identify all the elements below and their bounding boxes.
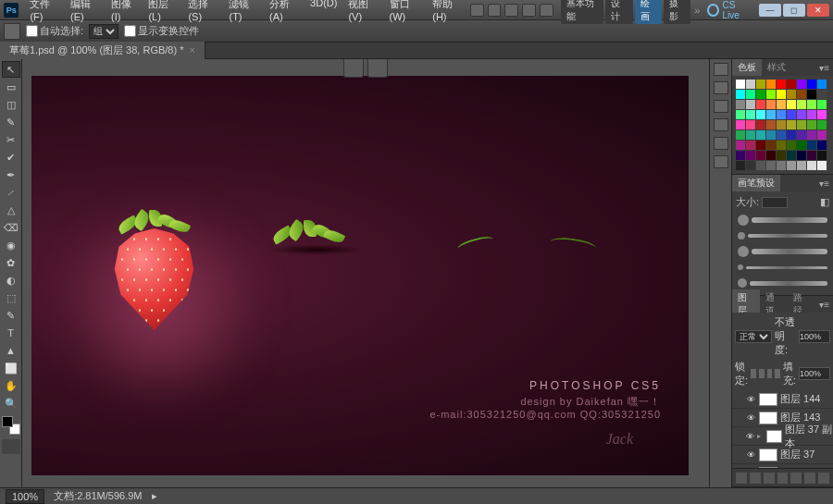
color-swatch[interactable] bbox=[777, 130, 786, 140]
layer-mask-icon[interactable] bbox=[764, 473, 775, 484]
color-swatch[interactable] bbox=[736, 141, 745, 150]
color-swatch[interactable] bbox=[736, 161, 745, 170]
brush-preset[interactable] bbox=[738, 261, 827, 274]
color-swatch[interactable] bbox=[787, 80, 796, 89]
tool-button[interactable]: 🔍 bbox=[2, 395, 20, 412]
color-swatch[interactable] bbox=[807, 110, 816, 119]
dock-icon[interactable] bbox=[343, 59, 364, 78]
color-swatch[interactable] bbox=[746, 90, 755, 99]
layer-row[interactable]: 👁图层 144 bbox=[732, 390, 833, 409]
maximize-button[interactable]: ◻ bbox=[783, 4, 805, 17]
brush-preset[interactable] bbox=[738, 214, 827, 227]
tool-button[interactable]: T bbox=[2, 325, 20, 341]
lock-transparency-icon[interactable] bbox=[751, 369, 756, 378]
color-swatch[interactable] bbox=[777, 100, 786, 109]
color-swatch[interactable] bbox=[766, 90, 776, 99]
layer-row[interactable]: 👁▸图层 37 副本 bbox=[732, 427, 833, 446]
color-swatch[interactable] bbox=[756, 161, 765, 170]
tool-button[interactable]: ↖ bbox=[2, 61, 20, 78]
panel-menu-icon[interactable]: ▾≡ bbox=[815, 300, 833, 310]
brush-preset[interactable] bbox=[738, 245, 827, 258]
auto-select-target[interactable]: 组 bbox=[89, 24, 118, 39]
workspace-tab[interactable]: 摄影 bbox=[664, 0, 690, 24]
tool-button[interactable]: ✔ bbox=[2, 149, 20, 166]
color-swatch[interactable] bbox=[807, 141, 816, 150]
color-swatch[interactable] bbox=[736, 120, 745, 129]
menubar-icon[interactable] bbox=[470, 4, 484, 17]
tool-button[interactable]: ◫ bbox=[2, 96, 20, 113]
color-swatch[interactable] bbox=[736, 110, 745, 119]
color-swatch[interactable] bbox=[736, 80, 745, 89]
tool-button[interactable]: ⌫ bbox=[2, 219, 20, 236]
color-swatch[interactable] bbox=[817, 120, 827, 129]
color-swatch[interactable] bbox=[817, 110, 827, 119]
panel-menu-icon[interactable]: ▾≡ bbox=[815, 63, 833, 73]
lock-all-icon[interactable] bbox=[775, 369, 780, 378]
quickmask-button[interactable] bbox=[2, 439, 20, 454]
menu-item[interactable]: 图像(I) bbox=[106, 0, 143, 22]
color-swatch[interactable] bbox=[817, 80, 827, 89]
blend-mode-select[interactable]: 正常 bbox=[735, 330, 772, 343]
color-swatch[interactable] bbox=[766, 120, 776, 129]
canvas-area[interactable]: PHOTOSHOP CS5 design by Daikefan 嘿一！ e-m… bbox=[22, 59, 709, 487]
workspace-tab[interactable]: 基本功能 bbox=[561, 0, 604, 24]
color-swatch[interactable] bbox=[817, 161, 827, 170]
color-swatch[interactable] bbox=[787, 151, 796, 160]
color-swatch[interactable] bbox=[736, 151, 745, 160]
color-swatch[interactable] bbox=[766, 151, 776, 160]
tool-button[interactable]: △ bbox=[2, 202, 20, 218]
zoom-field[interactable]: 100% bbox=[6, 489, 44, 504]
color-swatch[interactable] bbox=[787, 110, 796, 119]
menu-item[interactable]: 编辑(E) bbox=[65, 0, 106, 22]
menu-item[interactable]: 滤镜(T) bbox=[223, 0, 264, 22]
menubar-icon[interactable] bbox=[522, 4, 536, 17]
minimize-button[interactable]: — bbox=[759, 4, 781, 17]
color-swatch[interactable] bbox=[817, 130, 827, 140]
color-swatch[interactable] bbox=[746, 151, 755, 160]
menu-item[interactable]: 图层(L) bbox=[143, 0, 182, 22]
color-swatch[interactable] bbox=[746, 100, 755, 109]
menu-item[interactable]: 视图(V) bbox=[342, 0, 383, 22]
tool-button[interactable]: ⟋ bbox=[2, 184, 20, 201]
tool-button[interactable]: ▭ bbox=[2, 79, 20, 95]
opacity-input[interactable] bbox=[799, 330, 830, 343]
menu-item[interactable]: 窗口(W) bbox=[384, 0, 428, 22]
menu-item[interactable]: 3D(D) bbox=[305, 0, 342, 22]
delete-layer-icon[interactable] bbox=[818, 473, 829, 484]
color-swatch[interactable] bbox=[766, 161, 776, 170]
color-swatch[interactable] bbox=[817, 100, 827, 109]
tool-button[interactable]: ✎ bbox=[2, 307, 20, 324]
color-swatch[interactable] bbox=[756, 100, 765, 109]
menubar-icon[interactable] bbox=[488, 4, 502, 17]
brush-toggle-icon[interactable]: ◧ bbox=[820, 196, 829, 208]
color-swatch[interactable] bbox=[807, 100, 816, 109]
dock-panel-icon[interactable] bbox=[714, 137, 728, 150]
tool-button[interactable]: ⬚ bbox=[2, 289, 20, 306]
dock-panel-icon[interactable] bbox=[714, 100, 728, 113]
visibility-icon[interactable]: 👁 bbox=[745, 412, 756, 424]
document-tab[interactable]: 草莓1.psd @ 100% (图层 38, RGB/8) *× bbox=[0, 42, 205, 59]
color-swatch[interactable] bbox=[766, 80, 776, 89]
adjustment-layer-icon[interactable] bbox=[777, 473, 789, 484]
color-swatch[interactable] bbox=[797, 120, 806, 129]
tool-button[interactable]: ⬜ bbox=[2, 360, 20, 376]
brush-preset[interactable] bbox=[738, 277, 827, 289]
tool-button[interactable]: ◐ bbox=[2, 272, 20, 289]
color-swatch[interactable] bbox=[807, 130, 816, 140]
show-transform-checkbox[interactable]: 显示变换控件 bbox=[124, 24, 199, 38]
color-swatch[interactable] bbox=[736, 130, 745, 140]
dock-panel-icon[interactable] bbox=[714, 155, 728, 168]
color-swatch[interactable] bbox=[777, 141, 786, 150]
lock-position-icon[interactable] bbox=[767, 369, 773, 378]
close-tab-icon[interactable]: × bbox=[189, 44, 194, 55]
color-swatch[interactable] bbox=[777, 80, 786, 89]
visibility-icon[interactable]: 👁 bbox=[745, 431, 754, 442]
color-swatch[interactable] bbox=[807, 151, 816, 160]
workspace-tab[interactable]: 绘画 bbox=[635, 0, 662, 24]
color-swatch[interactable] bbox=[746, 130, 755, 140]
color-swatch[interactable] bbox=[756, 151, 765, 160]
color-swatch[interactable] bbox=[746, 161, 755, 170]
visibility-icon[interactable]: 👁 bbox=[745, 394, 756, 405]
tab-brush-presets[interactable]: 画笔预设 bbox=[732, 175, 780, 191]
color-swatch[interactable] bbox=[797, 90, 806, 99]
